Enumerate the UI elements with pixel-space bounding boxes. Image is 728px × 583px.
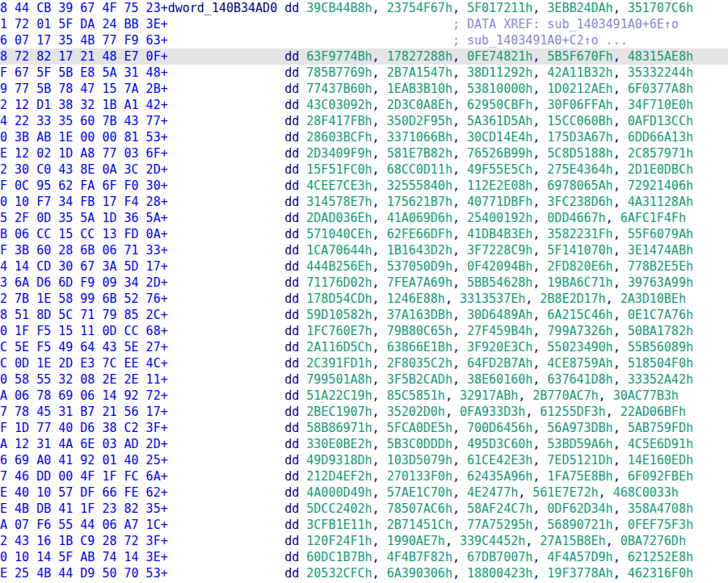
dword-value[interactable]: 22AD06BFh bbox=[621, 405, 686, 419]
dword-value[interactable]: 3FC238D6h bbox=[547, 195, 612, 209]
dword-value[interactable]: 6AFC1F4Fh bbox=[621, 211, 686, 225]
dword-value[interactable]: 5F141070h bbox=[547, 243, 612, 258]
dword-value[interactable]: 275E4364h bbox=[547, 162, 612, 177]
dword-value[interactable]: 112E2E08h bbox=[467, 178, 532, 193]
dword-value[interactable]: 350D2F95h bbox=[387, 114, 452, 128]
dword-value[interactable]: 53BD59A6h bbox=[547, 437, 612, 451]
dword-value[interactable]: 62435A96h bbox=[467, 469, 532, 484]
dword-value[interactable]: 61CE42E3h bbox=[467, 453, 532, 468]
dword-value[interactable]: 20532CFCh bbox=[306, 566, 372, 581]
listing-row[interactable]: 1 72 01 5F DA 24 BB 3E+ ; DATA XREF: sub… bbox=[0, 16, 728, 32]
dword-value[interactable]: 3E1474ABh bbox=[628, 243, 693, 258]
dword-value[interactable]: 63866E1Bh bbox=[387, 340, 452, 354]
dword-value[interactable]: 1246E88h bbox=[387, 292, 445, 306]
listing-row[interactable]: E 40 10 57 DF 66 FE 62+ dd 4A000D49h, 57… bbox=[0, 484, 728, 501]
dword-value[interactable]: 40771DBFh bbox=[467, 195, 532, 209]
dword-value[interactable]: 178D54CDh bbox=[306, 292, 372, 306]
listing-row[interactable]: 3 6A D6 6D F9 09 34 2D+ dd 71176D02h, 7F… bbox=[0, 275, 728, 291]
dword-value[interactable]: 3F5B2CADh bbox=[387, 372, 452, 387]
dword-value[interactable]: 4CEE7CE3h bbox=[306, 178, 372, 193]
dword-value[interactable]: 103D5079h bbox=[387, 453, 452, 468]
dword-value[interactable]: 3371066Bh bbox=[387, 130, 452, 145]
listing-row[interactable]: 7 46 DD 00 4F 1F FC 6A+ dd 212D4EF2h, 27… bbox=[0, 468, 728, 484]
listing-row[interactable]: 6 69 A0 41 92 01 40 25+ dd 49D9318Dh, 10… bbox=[0, 452, 728, 468]
dword-value[interactable]: 55023490h bbox=[547, 340, 612, 354]
dword-value[interactable]: 30AC77B3h bbox=[613, 388, 679, 403]
dword-value[interactable]: 28F417FBh bbox=[306, 114, 372, 128]
dword-value[interactable]: 2D3C0A8Eh bbox=[387, 98, 452, 112]
dword-value[interactable]: 3EBB24DAh bbox=[547, 1, 612, 15]
listing-row[interactable]: A 12 31 4A 6E 03 AD 2D+ dd 330E0BE2h, 5B… bbox=[0, 436, 728, 452]
dword-value[interactable]: 27A15B8Eh bbox=[540, 534, 605, 548]
dword-value[interactable]: 5BB54628h bbox=[467, 275, 532, 290]
dword-value[interactable]: 4CE8759Ah bbox=[547, 356, 612, 371]
listing-row[interactable]: 0 1F F5 15 11 0D CC 68+ dd 1FC760E7h, 79… bbox=[0, 323, 728, 339]
dword-value[interactable]: 3313537Eh bbox=[460, 292, 525, 306]
dword-value[interactable]: 1FC760E7h bbox=[306, 324, 372, 338]
dword-value[interactable]: 4A31128Ah bbox=[628, 195, 693, 209]
listing-row[interactable]: E 4B DB 41 1F 23 82 35+ dd 5DCC2402h, 78… bbox=[0, 501, 728, 517]
dword-value[interactable]: 1EAB3B10h bbox=[387, 82, 452, 96]
dword-value[interactable]: 0BA7276Dh bbox=[621, 534, 686, 548]
dword-value[interactable]: 778B2E5Eh bbox=[628, 259, 693, 274]
dword-value[interactable]: 3F920E3Ch bbox=[467, 340, 532, 354]
dword-value[interactable]: 537050D9h bbox=[387, 259, 452, 274]
dword-value[interactable]: 0F42094Bh bbox=[467, 259, 532, 274]
dword-value[interactable]: 4C5E6D91h bbox=[628, 437, 693, 451]
listing-row[interactable]: 2 7B 1E 58 99 6B 52 76+ dd 178D54CDh, 12… bbox=[0, 291, 728, 307]
listing-row[interactable]: 0 10 F7 34 FB 17 F4 28+ dd 314578E7h, 17… bbox=[0, 194, 728, 210]
dword-value[interactable]: 0DF62D34h bbox=[547, 501, 612, 516]
dword-value[interactable]: 71176D02h bbox=[306, 275, 372, 290]
dword-value[interactable]: 51A22C19h bbox=[306, 388, 372, 403]
dword-value[interactable]: 19F3778Ah bbox=[547, 566, 612, 581]
listing-row[interactable]: 5 2F 0D 35 5A 1D 36 5A+ dd 2DAD036Eh, 41… bbox=[0, 210, 728, 226]
listing-row[interactable]: C 5E F5 49 64 43 5E 27+ dd 2A116D5Ch, 63… bbox=[0, 339, 728, 355]
dword-value[interactable]: 5AB759FDh bbox=[628, 421, 693, 435]
dword-value[interactable]: 6A215C46h bbox=[547, 308, 612, 322]
dword-value[interactable]: 60DC1B7Bh bbox=[306, 550, 372, 564]
xref-comment[interactable]: ; sub_1403491A0+C2↑o ... bbox=[452, 33, 628, 48]
dword-value[interactable]: 270133F0h bbox=[387, 469, 452, 484]
dword-value[interactable]: 799A7326h bbox=[547, 324, 612, 338]
dword-value[interactable]: 25400192h bbox=[467, 211, 532, 225]
dword-value[interactable]: 7ED5121Dh bbox=[547, 453, 612, 468]
dword-value[interactable]: 799501A8h bbox=[306, 372, 372, 387]
listing-row[interactable]: 0 58 55 32 08 2E 2E 11+ dd 799501A8h, 3F… bbox=[0, 371, 728, 388]
dword-value[interactable]: 56890721h bbox=[547, 518, 612, 532]
dword-value[interactable]: 0FEF75F3h bbox=[628, 518, 693, 532]
dword-value[interactable]: 2D1E0DBCh bbox=[628, 162, 693, 177]
listing-row[interactable]: A 07 F6 55 44 06 A7 1C+ dd 3CFB1E11h, 2B… bbox=[0, 517, 728, 533]
dword-value[interactable]: 3CFB1E11h bbox=[306, 518, 372, 532]
dword-value[interactable]: 1B1643D2h bbox=[387, 243, 452, 258]
dword-value[interactable]: 62FE66DFh bbox=[387, 227, 452, 241]
listing-row-selected[interactable]: 8 72 82 17 21 48 E7 0F+ dd 63F9774Bh, 17… bbox=[0, 48, 728, 65]
dword-value[interactable]: 39CB44B8h bbox=[306, 1, 372, 15]
dword-value[interactable]: 41A069D6h bbox=[387, 211, 452, 225]
dword-value[interactable]: 212D4EF2h bbox=[306, 469, 372, 484]
dword-value[interactable]: 462316F0h bbox=[628, 566, 693, 581]
dword-value[interactable]: 468C0033h bbox=[613, 485, 679, 500]
dword-value[interactable]: 53810000h bbox=[467, 82, 532, 96]
dword-value[interactable]: 6978065Ah bbox=[547, 178, 612, 193]
dword-value[interactable]: 561E7E72h bbox=[532, 485, 598, 500]
listing-row[interactable]: 8 44 CB 39 67 4F 75 23+dword_140B34AD0 d… bbox=[0, 0, 728, 16]
listing-row[interactable]: A 06 78 69 06 14 92 72+ dd 51A22C19h, 85… bbox=[0, 388, 728, 404]
dword-value[interactable]: 32555840h bbox=[387, 178, 452, 193]
dword-value[interactable]: 637641D8h bbox=[547, 372, 612, 387]
dword-value[interactable]: 175621B7h bbox=[387, 195, 452, 209]
dword-value[interactable]: 351707C6h bbox=[628, 1, 693, 15]
dword-value[interactable]: 42A11B32h bbox=[547, 65, 612, 80]
dword-value[interactable]: 18800423h bbox=[467, 566, 532, 581]
dword-value[interactable]: 444B256Eh bbox=[306, 259, 372, 274]
dword-value[interactable]: 64FD2B7Ah bbox=[467, 356, 532, 371]
dword-value[interactable]: 1FA75E8Bh bbox=[547, 469, 612, 484]
dword-value[interactable]: 5B3C0DDDh bbox=[387, 437, 452, 451]
dword-value[interactable]: 700D6456h bbox=[467, 421, 532, 435]
dword-value[interactable]: 32917ABh bbox=[460, 388, 518, 403]
dword-value[interactable]: 58AF24C7h bbox=[467, 501, 532, 516]
dword-value[interactable]: 67DB7007h bbox=[467, 550, 532, 564]
dword-value[interactable]: 62950CBFh bbox=[467, 98, 532, 112]
listing-row[interactable]: 0 10 14 5F AB 74 14 3E+ dd 60DC1B7Bh, 4F… bbox=[0, 549, 728, 565]
dword-value[interactable]: 61255DF3h bbox=[540, 405, 605, 419]
dword-value[interactable]: 34F710E0h bbox=[628, 98, 693, 112]
